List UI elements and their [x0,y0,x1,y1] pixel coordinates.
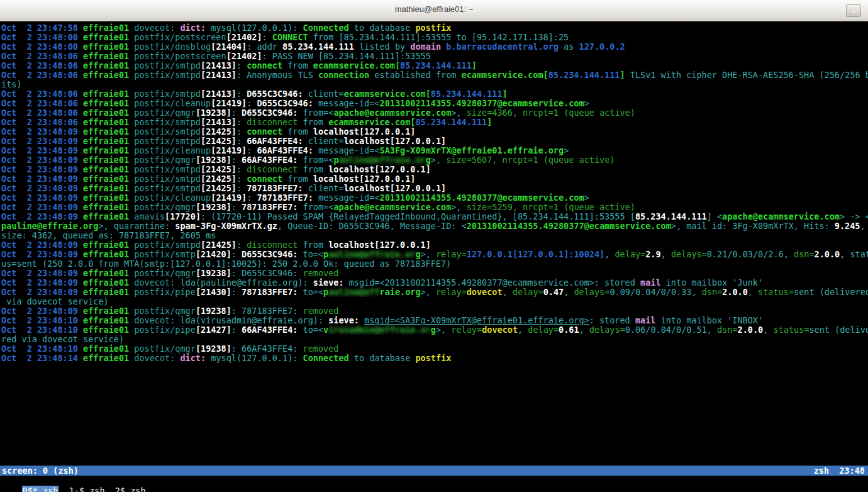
screen-window-list: 0$* zsh1-$ zsh2$ zsh [0,476,868,486]
log-row: Oct 2 23:48:10 effraie01 postfix/pipe[21… [1,325,868,335]
log-row: Oct 2 23:48:06 effraie01 postfix/postscr… [1,52,868,61]
log-row: size: 4362, queued_as: 787183FFE7, 2605 … [1,231,868,240]
log-row: red via dovecot service) [1,335,868,344]
titlebar: mathieu@effraie01: ~ X [0,0,868,21]
log-row: via dovecot service) [1,297,868,306]
window-title: mathieu@effraie01: ~ [0,4,868,14]
log-row: Oct 2 23:47:58 effraie01 dovecot: dict: … [1,23,868,33]
log-row: Oct 2 23:48:09 effraie01 postfix/smtpd[2… [1,184,868,193]
terminal-screen[interactable]: Oct 2 23:47:58 effraie01 dovecot: dict: … [0,21,868,492]
log-row: Oct 2 23:48:09 effraie01 postfix/smtpd[2… [1,165,868,174]
log-row: Oct 2 23:48:06 effraie01 postfix/smtpd[2… [1,118,868,127]
log-row: Oct 2 23:48:06 effraie01 postfix/qmgr[19… [1,108,868,118]
log-row: Oct 2 23:48:10 effraie01 dovecot: lda(vi… [1,316,868,325]
log-row: Oct 2 23:48:09 effraie01 postfix/qmgr[19… [1,155,868,165]
log-row: Oct 2 23:48:06 effraie01 postfix/smtpd[2… [1,61,868,70]
close-button[interactable]: X [846,4,861,17]
log-row: us=sent (250 2.0.0 from MTA(smtp:[127.0.… [1,259,868,269]
screen-status-clock: zsh 23:48 [814,466,865,476]
window-list-item: 1-$ zsh [69,486,105,492]
log-row: pauline@effraie.org>, quarantine: spam-3… [1,221,868,231]
log-row: Oct 2 23:48:09 effraie01 postfix/qmgr[19… [1,306,868,316]
log-row: Oct 2 23:48:06 effraie01 postfix/smtpd[2… [1,70,868,80]
log-row: Oct 2 23:48:06 effraie01 postfix/cleanup… [1,99,868,108]
log-row: Oct 2 23:48:10 effraie01 postfix/qmgr[19… [1,344,868,354]
log-row: Oct 2 23:48:00 effraie01 postfix/dnsblog… [1,42,868,52]
log-row: Oct 2 23:48:09 effraie01 postfix/smtp[21… [1,250,868,259]
log-row: Oct 2 23:48:14 effraie01 dovecot: dict: … [1,354,868,363]
log-row: Oct 2 23:48:09 effraie01 postfix/smtpd[2… [1,240,868,250]
screen-status-left: screen: 0 (zsh) [2,466,79,476]
log: Oct 2 23:47:58 effraie01 dovecot: dict: … [0,21,868,363]
window-list-item: 2$ zsh [115,486,146,492]
log-row: Oct 2 23:48:09 effraie01 postfix/smtpd[2… [1,127,868,137]
log-row: Oct 2 23:48:09 effraie01 postfix/smtpd[2… [1,137,868,146]
log-row: Oct 2 23:48:09 effraie01 postfix/cleanup… [1,193,868,203]
screen-status-bar: screen: 0 (zsh) zsh 23:48 [0,466,868,476]
log-row: Oct 2 23:48:09 effraie01 postfix/qmgr[19… [1,269,868,278]
log-row: Oct 2 23:48:09 effraie01 postfix/smtpd[2… [1,174,868,184]
log-row: Oct 2 23:48:00 effraie01 postfix/postscr… [1,33,868,42]
log-row: Oct 2 23:48:09 effraie01 postfix/pipe[21… [1,288,868,297]
window-list-active: 0$* zsh [22,486,59,492]
log-row: Oct 2 23:48:09 effraie01 dovecot: lda(pa… [1,278,868,288]
log-row: Oct 2 23:48:09 effraie01 postfix/qmgr[19… [1,203,868,212]
log-row: Oct 2 23:48:09 effraie01 amavis[17720]: … [1,212,868,221]
log-row: Oct 2 23:48:06 effraie01 postfix/smtpd[2… [1,89,868,99]
terminal-window: mathieu@effraie01: ~ X Oct 2 23:47:58 ef… [0,0,868,492]
log-row: its) [1,80,868,89]
log-row: Oct 2 23:48:09 effraie01 postfix/cleanup… [1,146,868,155]
